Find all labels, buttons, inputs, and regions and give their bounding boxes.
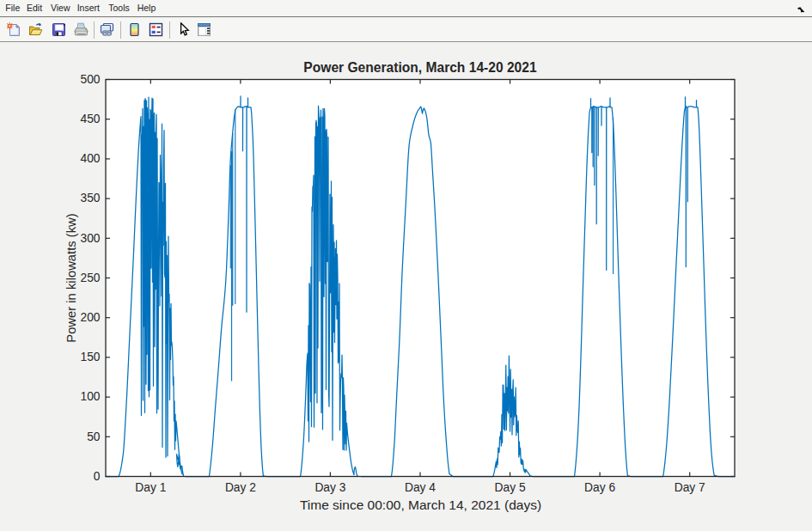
svg-text:50: 50 bbox=[87, 430, 101, 443]
svg-text:Day 6: Day 6 bbox=[584, 481, 615, 494]
svg-text:Day 7: Day 7 bbox=[675, 481, 705, 494]
svg-text:150: 150 bbox=[80, 351, 100, 363]
svg-text:0: 0 bbox=[94, 470, 101, 483]
svg-text:Time since 00:00, March 14, 20: Time since 00:00, March 14, 2021 (days) bbox=[300, 497, 541, 512]
svg-text:450: 450 bbox=[80, 113, 100, 125]
svg-text:400: 400 bbox=[80, 152, 100, 165]
svg-text:500: 500 bbox=[80, 73, 100, 86]
svg-text:350: 350 bbox=[80, 192, 100, 204]
svg-text:Day 1: Day 1 bbox=[135, 481, 166, 494]
svg-text:Day 3: Day 3 bbox=[314, 481, 345, 494]
svg-text:Day 5: Day 5 bbox=[495, 481, 526, 494]
svg-text:250: 250 bbox=[80, 272, 100, 284]
svg-text:300: 300 bbox=[80, 232, 100, 245]
svg-text:Power Generation, March 14-20: Power Generation, March 14-20 2021 bbox=[303, 60, 537, 75]
svg-text:200: 200 bbox=[80, 311, 100, 324]
svg-text:100: 100 bbox=[80, 390, 100, 403]
svg-text:Power in kilowatts (kw): Power in kilowatts (kw) bbox=[64, 213, 78, 343]
svg-text:Day 4: Day 4 bbox=[405, 481, 436, 494]
svg-text:Day 2: Day 2 bbox=[225, 481, 256, 494]
